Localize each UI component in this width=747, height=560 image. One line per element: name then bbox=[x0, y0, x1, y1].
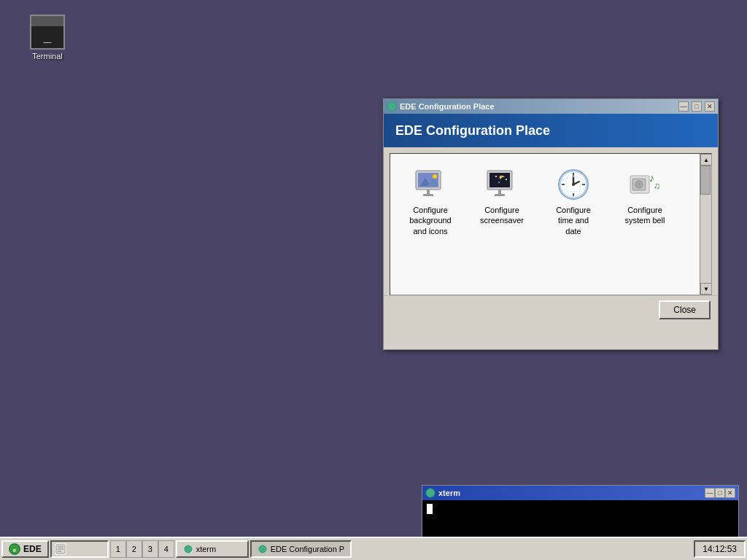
ede-config-task-label: EDE Configuration P bbox=[271, 545, 345, 553]
scroll-down-btn[interactable]: ▼ bbox=[700, 283, 712, 295]
xterm-task-label: xterm bbox=[196, 545, 217, 553]
xterm-title-icon bbox=[425, 488, 436, 498]
config-time-label: Configuretime anddate bbox=[556, 205, 591, 236]
config-bell-label: Configuresystem bell bbox=[624, 205, 665, 226]
scroll-track bbox=[700, 166, 711, 283]
scroll-up-btn[interactable]: ▲ bbox=[700, 154, 712, 166]
desktop-btn-2[interactable]: 2 bbox=[126, 540, 142, 558]
svg-rect-13 bbox=[498, 190, 501, 194]
ede-config-minimize-btn[interactable]: — bbox=[678, 101, 689, 112]
xterm-close-btn[interactable]: ✕ bbox=[725, 488, 735, 498]
ede-config-header-title: EDE Configuration Place bbox=[395, 123, 550, 139]
ede-config-title-icon bbox=[387, 101, 397, 112]
close-button[interactable]: Close bbox=[659, 300, 711, 319]
svg-point-5 bbox=[433, 174, 437, 179]
svg-text:♫: ♫ bbox=[654, 181, 660, 191]
configure-screensaver-icon bbox=[484, 167, 519, 202]
desktop-btn-1[interactable]: 1 bbox=[110, 540, 126, 558]
clock-time: 14:12:53 bbox=[703, 544, 737, 554]
config-scroll-area: Configurebackgroundand icons bbox=[390, 153, 712, 295]
svg-point-23 bbox=[572, 183, 575, 186]
taskbar-task-ede-config[interactable]: EDE Configuration P bbox=[250, 540, 352, 558]
terminal-icon: _ bbox=[30, 15, 65, 50]
svg-point-32 bbox=[426, 489, 435, 497]
svg-point-29 bbox=[638, 183, 640, 186]
svg-point-39 bbox=[185, 545, 192, 553]
config-screensaver-label: Configurescreensaver bbox=[480, 205, 524, 226]
ede-config-titlebar: EDE Configuration Place — □ ✕ bbox=[384, 99, 718, 114]
configure-time-icon bbox=[556, 167, 591, 202]
xterm-window: xterm — □ ✕ bbox=[422, 485, 739, 542]
svg-text:e: e bbox=[13, 547, 17, 553]
svg-point-10 bbox=[495, 176, 497, 177]
desktop-btn-4[interactable]: 4 bbox=[158, 540, 174, 558]
desktop: _ Terminal EDE Configuration Place — □ ✕… bbox=[0, 0, 747, 560]
start-label: EDE bbox=[23, 544, 42, 554]
taskbar-task-xterm[interactable]: xterm bbox=[176, 540, 249, 558]
start-button[interactable]: e EDE bbox=[1, 540, 49, 558]
desktop-btn-3[interactable]: 3 bbox=[142, 540, 158, 558]
ede-config-window: EDE Configuration Place — □ ✕ EDE Config… bbox=[383, 98, 719, 350]
svg-rect-9 bbox=[489, 173, 510, 187]
xterm-cursor bbox=[427, 504, 433, 514]
ede-config-task-icon bbox=[258, 544, 268, 554]
svg-point-12 bbox=[498, 182, 500, 183]
quick-launch-icon[interactable] bbox=[55, 543, 66, 555]
taskbar: e EDE 1 2 3 4 bbox=[0, 537, 747, 560]
svg-point-11 bbox=[506, 179, 507, 180]
config-scrollbar[interactable]: ▲ ▼ bbox=[700, 154, 711, 295]
svg-rect-7 bbox=[423, 194, 433, 196]
xterm-content[interactable] bbox=[422, 500, 738, 537]
quick-launch-area bbox=[50, 540, 109, 558]
config-item-bell[interactable]: ♪ ♫ Configuresystem bell bbox=[612, 161, 678, 242]
config-item-time[interactable]: Configuretime anddate bbox=[541, 161, 606, 242]
scroll-thumb[interactable] bbox=[700, 166, 711, 195]
svg-point-40 bbox=[259, 545, 266, 553]
xterm-maximize-btn[interactable]: □ bbox=[715, 488, 725, 498]
ede-config-close-btn[interactable]: ✕ bbox=[705, 101, 715, 112]
ede-config-footer: Close bbox=[384, 295, 718, 324]
xterm-minimize-btn[interactable]: — bbox=[705, 488, 715, 498]
terminal-icon-label: Terminal bbox=[32, 52, 63, 61]
taskbar-clock: 14:12:53 bbox=[694, 540, 746, 558]
xterm-task-icon bbox=[183, 544, 193, 554]
ede-config-maximize-btn[interactable]: □ bbox=[692, 101, 702, 112]
configure-background-icon bbox=[413, 167, 448, 202]
config-item-background[interactable]: Configurebackgroundand icons bbox=[398, 161, 463, 242]
config-item-screensaver[interactable]: Configurescreensaver bbox=[469, 161, 535, 242]
ede-config-header: EDE Configuration Place bbox=[384, 114, 718, 147]
svg-rect-6 bbox=[427, 190, 430, 194]
config-background-label: Configurebackgroundand icons bbox=[409, 205, 452, 236]
desktop-switcher: 1 2 3 4 bbox=[110, 540, 174, 558]
xterm-title-text: xterm bbox=[438, 489, 705, 497]
config-grid: Configurebackgroundand icons bbox=[390, 154, 711, 249]
ede-config-title-text: EDE Configuration Place bbox=[400, 102, 676, 111]
xterm-titlebar: xterm — □ ✕ bbox=[422, 486, 738, 500]
configure-bell-icon: ♪ ♫ bbox=[627, 167, 662, 202]
ede-start-icon: e bbox=[9, 543, 20, 555]
svg-rect-14 bbox=[495, 194, 505, 196]
desktop-icon-terminal[interactable]: _ Terminal bbox=[22, 15, 73, 61]
svg-point-0 bbox=[387, 102, 396, 111]
